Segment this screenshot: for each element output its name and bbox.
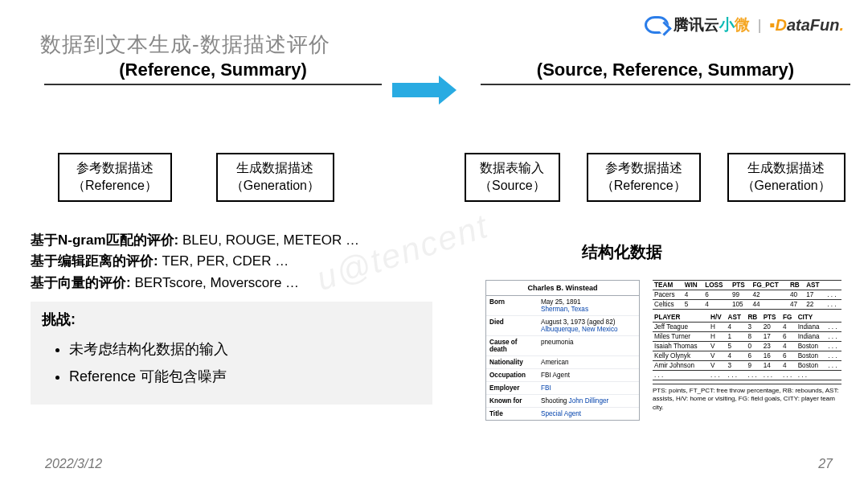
tencent-logo: 腾讯云小微	[645, 14, 750, 35]
metrics-list: 基于N-gram匹配的评价: BLEU, ROUGE, METEOR … 基于编…	[31, 230, 359, 294]
logo-row: 腾讯云小微 | ▪DataFun.	[645, 14, 844, 35]
cloud-icon	[645, 16, 669, 34]
stats-caption: PTS: points, FT_PCT: free throw percenta…	[653, 384, 841, 412]
datafun-logo: ▪DataFun.	[769, 16, 844, 35]
left-boxes: 参考数据描述（Reference） 生成数据描述（Generation）	[58, 153, 334, 202]
heading-right: (Source, Reference, Summary)	[481, 60, 850, 85]
box-generation: 生成数据描述（Generation）	[216, 153, 334, 202]
box-generation-r: 生成数据描述（Generation）	[727, 153, 845, 202]
box-reference-r: 参考数据描述（Reference）	[587, 153, 701, 202]
team-table: TEAMWINLOSSPTSFG_PCTRBASTPacers469942401…	[653, 280, 841, 310]
right-boxes: 数据表输入（Source） 参考数据描述（Reference） 生成数据描述（G…	[465, 153, 845, 202]
arrow-icon	[392, 76, 457, 105]
challenges-panel: 挑战: 未考虑结构化数据的输入 Reference 可能包含噪声	[31, 302, 432, 405]
heading-left: (Reference, Summary)	[44, 60, 382, 85]
challenge-item: 未考虑结构化数据的输入	[69, 335, 421, 363]
structured-data-title: 结构化数据	[582, 241, 662, 263]
footer-date: 2022/3/12	[45, 457, 102, 471]
stats-tables: TEAMWINLOSSPTSFG_PCTRBASTPacers469942401…	[653, 280, 841, 412]
challenges-header: 挑战:	[42, 310, 421, 329]
wiki-title: Charles B. Winstead	[486, 281, 639, 296]
box-reference: 参考数据描述（Reference）	[58, 153, 172, 202]
slide-title: 数据到文本生成-数据描述评价	[40, 31, 330, 59]
wiki-infobox: Charles B. Winstead BornMay 25, 1891Sher…	[485, 280, 640, 421]
separator: |	[758, 17, 762, 34]
challenge-item: Reference 可能包含噪声	[69, 363, 421, 390]
player-table: PLAYERH/VASTRBPTSFGCITYJeff TeagueH43204…	[653, 313, 841, 380]
footer-page: 27	[818, 457, 833, 471]
box-source: 数据表输入（Source）	[465, 153, 560, 202]
